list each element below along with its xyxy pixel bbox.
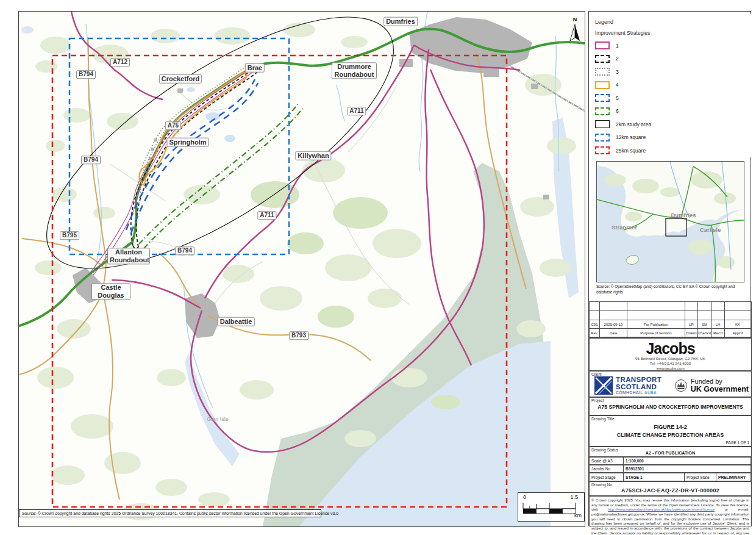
road-label-b795: B795 (60, 231, 79, 240)
road-label-a712: A712 (110, 58, 130, 66)
swatch-strategy-2 (595, 55, 610, 63)
legend-item-strategy-3: 3 (595, 68, 746, 76)
rev-cell: SM (698, 320, 711, 329)
drawing-no-value: A75SCI-JAC-EAQ-ZZ-DR-VT-000002 (590, 487, 751, 494)
drawing-status-row: Drawing Status A2 - FOR PUBLICATION (589, 447, 752, 457)
ts-line3-gaelic: CÒMHDHAIL (616, 390, 643, 395)
jacobs-wordmark: Jacobs (590, 341, 751, 356)
page-indicator: PAGE 1 OF 1 (726, 440, 749, 445)
road-label-b794-south: B794 (175, 246, 194, 255)
swatch-strategy-5 (595, 94, 610, 102)
revision-table: C01 2025-09-10 For Publication LR SM LH … (589, 301, 752, 338)
town-label-killywhan: Killywhan (295, 151, 331, 160)
project-row: Project A75 SPRINGHOLM AND CROCKETFORD I… (589, 397, 752, 415)
jacobs-no-row: Jacobs No. B3912301 (589, 465, 752, 473)
jacobs-block: Jacobs 95 Bothwell Street, Glasgow, G2 7… (589, 338, 752, 371)
swatch-25km-square (595, 146, 610, 154)
drawing-no-label: Drawing No. (591, 483, 613, 487)
town-label-springholm: Springholm (166, 138, 209, 147)
town-label-crocketford: Crocketford (159, 74, 202, 84)
town-label-castle-douglas: Castle Douglas (91, 283, 130, 300)
jacobs-address-1: 95 Bothwell Street, Glasgow, G2 7HX, UK (590, 356, 751, 361)
scale-bar: 0 1.5 km (518, 492, 585, 522)
swatch-strategy-4 (595, 81, 610, 89)
label-drummore-roundabout: Drummore Roundabout (332, 62, 377, 79)
swatch-study-area (595, 120, 610, 128)
rev-cell: C01 (590, 320, 600, 329)
ts-line2: SCOTLAND (616, 384, 661, 391)
drawing-sheet: A712 B794 Crocketford Brae Drummore Roun… (0, 0, 756, 535)
uk-funded-by: Funded by (691, 378, 749, 385)
town-label-brae: Brae (245, 63, 265, 73)
project-stage-label: Project Stage (590, 473, 624, 481)
figure-title: CLIMATE CHANGE PROJECTION AREAS (590, 432, 751, 438)
road-label-b794-north: B794 (76, 70, 96, 79)
scale-start: 0 (523, 494, 526, 500)
rev-header: Purpose of revision (627, 329, 685, 337)
legend-item-strategy-2: 2 (595, 55, 746, 63)
legend-item-study-area: 2km study area (595, 120, 746, 128)
legend-subtitle: Improvement Strategies (595, 30, 746, 36)
project-state-value: PRELIMINARY (716, 473, 751, 481)
north-arrow-icon (566, 23, 583, 43)
ts-line3-alba: ALBA (644, 390, 657, 395)
drawing-title-row: Drawing Title FIGURE 14-2 CLIMATE CHANGE… (589, 415, 752, 447)
legend-item-strategy-4: 4 (595, 81, 746, 89)
inset-label-carlisle: Carlisle (700, 226, 721, 233)
location-inset-map: Stranraer Dumfries Carlisle (596, 161, 744, 282)
road-label-b794-mid: B794 (81, 156, 101, 164)
label-allanton-roundabout: Allanton Roundabout (107, 248, 150, 264)
road-label-a75: A75 (165, 121, 181, 130)
client-block: Client TRANSPORT SCOTLAND CÒMHDHAIL ALBA (589, 371, 752, 397)
map-canvas (19, 12, 585, 526)
rev-header: Drawn (685, 329, 698, 337)
disclaimer: © Crown copyright 2025. You may re-use t… (589, 496, 752, 526)
town-label-dalbeattie: Dalbeattie (218, 317, 255, 326)
swatch-strategy-6 (595, 107, 610, 115)
rev-header: Appr'd (725, 329, 751, 337)
project-name: A75 SPRINGHOLM AND CROCKETFORD IMPROVEME… (590, 404, 751, 410)
client-label: Client (591, 372, 602, 376)
main-map: A712 B794 Crocketford Brae Drummore Roun… (18, 11, 585, 527)
inset-source-note: Source: © OpenStreetMap (and) contributo… (596, 284, 743, 295)
jacobs-no-value: B3912301 (624, 465, 751, 472)
rev-header: Rev. (590, 329, 600, 337)
project-stage-row: Project Stage STAGE 1 Project State PREL… (589, 473, 752, 481)
north-letter: N (566, 16, 583, 23)
legend: Legend Improvement Strategies 1 2 3 4 5 … (589, 14, 752, 157)
road-label-a711-south: A711 (257, 211, 276, 220)
rev-cell: 2025-09-10 (600, 320, 627, 329)
project-stage-value: STAGE 1 (624, 473, 685, 481)
swatch-strategy-3 (595, 68, 610, 76)
figure-number: FIGURE 14-2 (590, 424, 751, 430)
legend-item-12km-square: 12km square (595, 134, 746, 142)
project-state-label: Project State (685, 473, 716, 481)
scale-row: Scale @ A3 1:100,000 (589, 457, 752, 465)
rev-header: Date (600, 329, 627, 337)
uk-government: UK Government (691, 386, 749, 394)
drawing-status-value: A2 - FOR PUBLICATION (590, 450, 751, 456)
rev-cell: LH (711, 320, 725, 329)
uk-government-logo: Funded by UK Government (674, 378, 749, 393)
jacobs-address-2: Tel: +44(0)141 243 8000 (590, 361, 751, 366)
drawing-no-row: Drawing No. A75SCI-JAC-EAQ-ZZ-DR-VT-0000… (589, 481, 752, 496)
swatch-12km-square (595, 134, 610, 142)
title-block-panel: Legend Improvement Strategies 1 2 3 4 5 … (588, 11, 751, 526)
town-label-dumfries: Dumfries (383, 17, 418, 26)
transport-scotland-logo: TRANSPORT SCOTLAND CÒMHDHAIL ALBA (594, 376, 661, 395)
project-label: Project (591, 398, 604, 403)
jacobs-no-label: Jacobs No. (590, 465, 624, 472)
disclaimer-text-2: or e-mail: psi@nationalarchives.gsi.gov.… (591, 507, 749, 535)
inset-label-dumfries: Dumfries (671, 212, 696, 218)
rev-cell: For Publication (627, 320, 685, 329)
scale-end: 1.5 (570, 494, 578, 500)
legend-title: Legend (595, 19, 746, 25)
swatch-strategy-1 (595, 41, 610, 49)
legend-item-strategy-6: 6 (595, 107, 746, 115)
uk-gov-crest-icon (674, 378, 688, 393)
inset-map-canvas (597, 162, 744, 282)
rev-cell: LR (685, 320, 698, 329)
rev-header: Rev'd (711, 329, 725, 337)
scale-value: 1:100,000 (624, 458, 751, 464)
rev-cell: KK (725, 320, 751, 329)
